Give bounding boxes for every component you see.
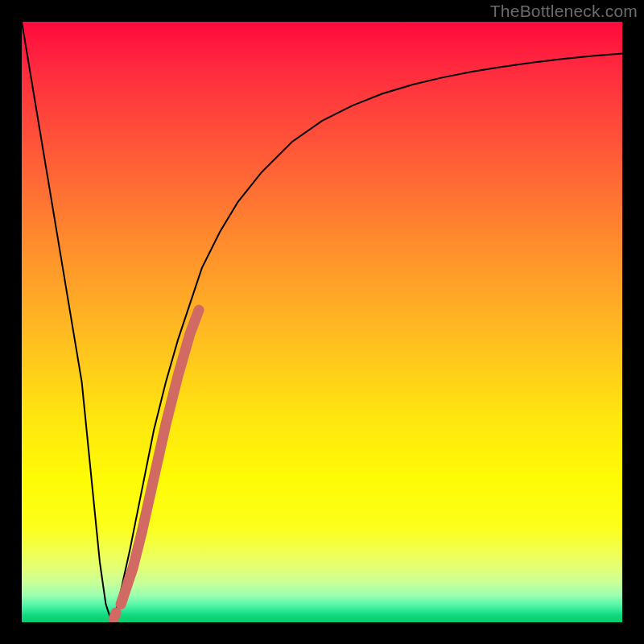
chart-frame: TheBottleneck.com: [0, 0, 644, 644]
series-highlight-dot: [114, 613, 116, 618]
series-highlight-segment: [121, 310, 199, 605]
watermark-text: TheBottleneck.com: [490, 2, 638, 21]
series-bottleneck-curve: [22, 22, 622, 622]
chart-overlay: [22, 22, 622, 622]
